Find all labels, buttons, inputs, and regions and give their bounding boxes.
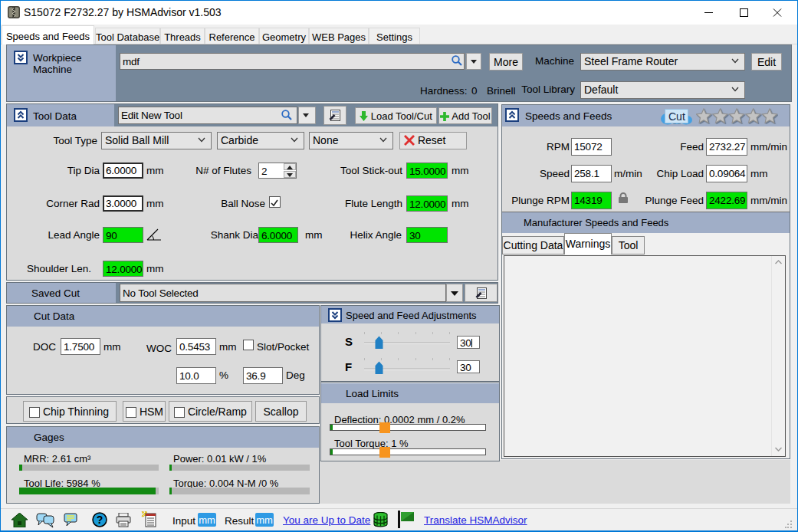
svg-text:?: ? <box>97 514 103 526</box>
